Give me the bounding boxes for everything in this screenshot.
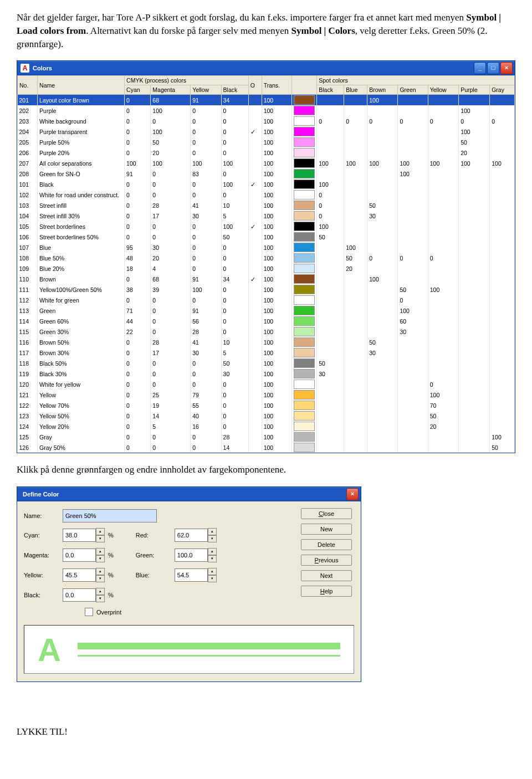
table-row[interactable]: 203White background00001000000000: [18, 116, 515, 126]
mag-up[interactable]: ▴: [96, 548, 105, 555]
name-field[interactable]: [63, 509, 157, 522]
red-down[interactable]: ▾: [208, 535, 217, 542]
table-row[interactable]: 103Street infill0284110100050: [18, 200, 515, 211]
red-label: Red:: [136, 532, 175, 539]
blk-up[interactable]: ▴: [96, 588, 105, 595]
minimize-button[interactable]: _: [474, 62, 486, 74]
black-label: Black:: [24, 592, 63, 598]
col-spot-gray[interactable]: Gray: [490, 85, 515, 95]
table-row[interactable]: 105Street borderlines000100✓100100: [18, 221, 515, 232]
table-row[interactable]: 119Black 30%0003010030: [18, 368, 515, 379]
table-row[interactable]: 122Yellow 70%01955010070: [18, 400, 515, 411]
col-o[interactable]: O: [248, 76, 262, 95]
magenta-label: Magenta:: [24, 552, 63, 558]
yel-down[interactable]: ▾: [96, 575, 105, 582]
table-row[interactable]: 208Green for SN-O910830100100: [18, 168, 515, 179]
app-icon: A: [21, 64, 29, 73]
table-row[interactable]: 106Street borderlines 50%0005010050: [18, 232, 515, 242]
colors-table[interactable]: No. Name CMYK (process) colors O Trans. …: [17, 75, 515, 453]
define-color-dialog: Define Color × Close New Delete Previous…: [17, 486, 361, 682]
green-up[interactable]: ▴: [208, 548, 217, 555]
delete-button[interactable]: Delete: [301, 539, 352, 550]
table-row[interactable]: 123Yellow 50%01440010050: [18, 411, 515, 421]
yellow-label: Yellow:: [24, 572, 63, 578]
table-row[interactable]: 115Green 30%22028010030: [18, 326, 515, 337]
window-titlebar[interactable]: A Colors _ □ ×: [17, 61, 515, 75]
col-spot-green[interactable]: Green: [398, 85, 428, 95]
mag-down[interactable]: ▾: [96, 555, 105, 562]
table-row[interactable]: 110Brown0689134✓100100: [18, 274, 515, 284]
table-row[interactable]: 124Yellow 20%0516010020: [18, 421, 515, 432]
col-spot-brown[interactable]: Brown: [367, 85, 398, 95]
green-down[interactable]: ▾: [208, 555, 217, 562]
col-cyan[interactable]: Cyan: [125, 85, 151, 95]
table-row[interactable]: 202Purple010000100100: [18, 105, 515, 116]
cyan-up[interactable]: ▴: [96, 528, 105, 535]
table-row[interactable]: 120White for yellow00001000: [18, 379, 515, 390]
table-row[interactable]: 107Blue953000100100: [18, 242, 515, 253]
magenta-field[interactable]: [63, 549, 96, 562]
col-trans[interactable]: Trans.: [262, 76, 292, 95]
cyan-down[interactable]: ▾: [96, 535, 105, 542]
dialog-close-button[interactable]: ×: [346, 488, 359, 500]
col-magenta[interactable]: Magenta: [151, 85, 191, 95]
preview-bar-thin: [78, 655, 340, 657]
blue-down[interactable]: ▾: [208, 575, 217, 582]
blue-up[interactable]: ▴: [208, 568, 217, 575]
table-row[interactable]: 117Brown 30%01730510030: [18, 347, 515, 358]
cyan-field[interactable]: [63, 529, 96, 542]
table-row[interactable]: 204Purple transparent010000✓100100: [18, 126, 515, 137]
col-spot-black[interactable]: Black: [317, 85, 344, 95]
yellow-field[interactable]: [63, 568, 96, 582]
green-label: Green:: [136, 552, 175, 558]
table-row[interactable]: 205Purple 50%0500010050: [18, 137, 515, 147]
preview-bar-thick: [78, 643, 340, 649]
dialog-titlebar[interactable]: Define Color ×: [17, 487, 361, 501]
col-spot-blue[interactable]: Blue: [344, 85, 367, 95]
blue-field[interactable]: [175, 568, 208, 582]
table-row[interactable]: 112White for green00001000: [18, 295, 515, 305]
blk-down[interactable]: ▾: [96, 595, 105, 602]
table-row[interactable]: 118Black 50%0005010050: [18, 358, 515, 368]
table-row[interactable]: 114Green 60%44056010060: [18, 316, 515, 326]
table-row[interactable]: 108Blue 50%48200010050000: [18, 253, 515, 263]
col-spot-yellow[interactable]: Yellow: [428, 85, 458, 95]
table-row[interactable]: 116Brown 50%028411010050: [18, 337, 515, 347]
col-group-cmyk: CMYK (process) colors: [125, 76, 249, 85]
table-row[interactable]: 104Street infill 30%017305100030: [18, 211, 515, 221]
table-row[interactable]: 121Yellow025790100100: [18, 390, 515, 400]
table-row[interactable]: 102White for road under construct.000010…: [18, 189, 515, 200]
next-button[interactable]: Next: [301, 570, 352, 581]
maximize-button[interactable]: □: [487, 62, 499, 74]
overprint-checkbox[interactable]: [85, 608, 93, 616]
black-field[interactable]: [63, 588, 96, 602]
red-field[interactable]: [175, 529, 208, 542]
cyan-label: Cyan:: [24, 532, 63, 539]
col-no[interactable]: No.: [18, 76, 38, 95]
yel-up[interactable]: ▴: [96, 568, 105, 575]
table-row[interactable]: 125Gray00028100100: [18, 432, 515, 442]
table-row[interactable]: 109Blue 20%1840010020: [18, 263, 515, 274]
green-field[interactable]: [175, 549, 208, 562]
close-button[interactable]: ×: [500, 62, 513, 74]
new-button[interactable]: New: [301, 524, 352, 535]
col-black[interactable]: Black: [221, 85, 248, 95]
close-button[interactable]: Close: [301, 508, 352, 519]
col-spot-purple[interactable]: Purple: [459, 85, 490, 95]
table-row[interactable]: 126Gray 50%0001410050: [18, 442, 515, 453]
red-up[interactable]: ▴: [208, 528, 217, 535]
help-button[interactable]: Help: [301, 586, 352, 597]
table-row[interactable]: 201Layout color Brown0689134100100: [18, 95, 515, 106]
paragraph-3: LYKKE TIL!: [17, 726, 515, 737]
table-row[interactable]: 113Green710910100100: [18, 305, 515, 316]
overprint-label: Overprint: [96, 609, 121, 616]
paragraph-2: Klikk på denne grønnfargen og endre innh…: [17, 463, 515, 476]
table-row[interactable]: 207All color separations1001001001001001…: [18, 158, 515, 168]
table-row[interactable]: 111Yellow100%/Green 50%3839100010050100: [18, 284, 515, 295]
table-row[interactable]: 206Purple 20%0200010020: [18, 147, 515, 158]
previous-button[interactable]: Previous: [301, 555, 352, 566]
preview-glyph: A: [38, 631, 61, 668]
col-yellow[interactable]: Yellow: [191, 85, 221, 95]
table-row[interactable]: 101Black000100✓100100: [18, 179, 515, 189]
col-name[interactable]: Name: [38, 76, 125, 95]
